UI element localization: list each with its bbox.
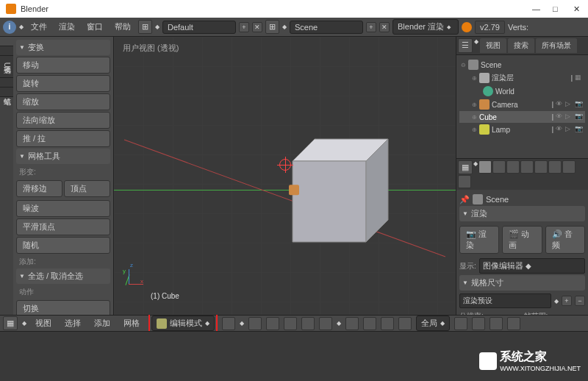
scene-tab-icon[interactable] xyxy=(506,160,520,174)
tree-world[interactable]: World xyxy=(459,85,585,98)
outliner[interactable]: ⊖ Scene ⊕ 渲染层 | ▦ World ⊕ Camera | xyxy=(456,55,588,158)
constraint-tab-icon[interactable] xyxy=(548,160,562,174)
close-button[interactable]: ✕ xyxy=(573,4,582,13)
render-panel-header[interactable]: 渲染 xyxy=(459,206,585,221)
preset-add-button[interactable]: + xyxy=(562,296,572,306)
expand-icon[interactable]: ⊖ xyxy=(461,62,466,68)
layout-remove-button[interactable]: ✕ xyxy=(252,22,262,32)
render-preview-icon[interactable] xyxy=(507,317,520,330)
scale-button[interactable]: 缩放 xyxy=(16,93,110,110)
menu-select[interactable]: 选择 xyxy=(60,316,85,331)
tab-options-uv[interactable]: 选项 UV xyxy=(0,56,13,78)
orientation-dropdown[interactable]: 全局◆ xyxy=(416,316,450,331)
tree-render-layers[interactable]: ⊕ 渲染层 | ▦ xyxy=(459,71,585,85)
outliner-editor-icon[interactable]: ☰ xyxy=(458,38,473,53)
layers-icon[interactable] xyxy=(454,317,467,330)
display-dropdown[interactable]: 图像编辑器 ◆ xyxy=(479,258,585,274)
vert-select-icon[interactable] xyxy=(248,317,262,330)
translate-manipulator-icon[interactable] xyxy=(363,317,376,330)
push-pull-button[interactable]: 推 / 拉 xyxy=(16,130,110,147)
layout-add-button[interactable]: + xyxy=(239,22,249,32)
toggle-button[interactable]: 切换 xyxy=(16,300,110,315)
menu-window[interactable]: 窗口 xyxy=(82,19,107,35)
render-icon[interactable]: 📷 xyxy=(575,113,584,121)
data-tab-icon[interactable] xyxy=(458,175,471,188)
transform-panel-header[interactable]: 变换 xyxy=(16,40,110,55)
preset-remove-button[interactable]: − xyxy=(575,296,585,306)
layout-dropdown[interactable]: Default xyxy=(162,21,236,34)
tree-cube[interactable]: ⊕ Cube | 👁 ▷ 📷 xyxy=(459,111,585,123)
tree-lamp[interactable]: ⊕ Lamp | 👁 ▷ 📷 xyxy=(459,123,585,136)
tab-create[interactable]: 创建 xyxy=(0,46,13,56)
visibility-icon[interactable]: 👁 xyxy=(556,125,564,134)
render-layers-tab-icon[interactable] xyxy=(492,160,506,174)
outliner-tab-view[interactable]: 视图 xyxy=(480,38,506,53)
edge-select-icon[interactable] xyxy=(266,317,279,330)
render-tab-icon[interactable] xyxy=(478,160,492,174)
scale-manipulator-icon[interactable] xyxy=(398,317,412,330)
outliner-tab-search[interactable]: 搜索 xyxy=(508,38,534,53)
menu-add[interactable]: 添加 xyxy=(90,316,115,331)
translate-button[interactable]: 移动 xyxy=(16,57,110,74)
pivot-icon[interactable] xyxy=(319,317,332,330)
select-icon[interactable]: ▷ xyxy=(565,113,574,121)
tree-scene[interactable]: ⊖ Scene xyxy=(459,58,585,71)
render-icon[interactable]: 📷 xyxy=(575,100,584,109)
visibility-icon[interactable]: 👁 xyxy=(556,113,564,121)
snap-element-icon[interactable] xyxy=(490,317,503,330)
noise-button[interactable]: 噪波 xyxy=(16,200,110,217)
audio-button[interactable]: 🔊 音频 xyxy=(545,226,585,254)
face-select-icon[interactable] xyxy=(284,317,297,330)
viewport-3d[interactable]: 用户视图 (透视) x y z (1) Cube xyxy=(114,37,456,315)
shading-mode-icon[interactable] xyxy=(222,317,235,330)
menu-help[interactable]: 帮助 xyxy=(110,19,135,35)
menu-mesh[interactable]: 网格 xyxy=(119,316,144,331)
normal-scale-button[interactable]: 法向缩放 xyxy=(16,112,110,129)
vertex-button[interactable]: 顶点 xyxy=(64,180,110,197)
layout-browse-icon[interactable]: ⊞ xyxy=(138,20,152,34)
timeline-editor[interactable]: 系统之家 WWW.XITONGZHIJIA.NET xyxy=(0,331,588,380)
tab-grease-pencil[interactable]: 蜡笔 xyxy=(0,88,13,97)
scene-remove-button[interactable]: ✕ xyxy=(379,22,390,32)
edge-slide-button[interactable]: 滑移边 xyxy=(16,180,62,197)
modifier-tab-icon[interactable] xyxy=(562,160,576,174)
world-tab-icon[interactable] xyxy=(520,160,534,174)
scene-dropdown[interactable]: Scene xyxy=(290,21,363,34)
minimize-button[interactable]: — xyxy=(532,4,541,13)
viewport-editor-icon[interactable]: ▦ xyxy=(3,316,18,330)
render-engine-dropdown[interactable]: Blender 渲染 ◆ xyxy=(392,19,459,35)
snap-icon[interactable] xyxy=(472,317,485,330)
manipulator-icon[interactable] xyxy=(345,317,359,330)
menu-file[interactable]: 文件 xyxy=(26,19,51,35)
tab-tools[interactable]: 工具 xyxy=(0,37,13,46)
scene-browse-icon[interactable]: ⊞ xyxy=(265,20,279,34)
dimensions-panel-header[interactable]: 规格尺寸 xyxy=(459,275,585,291)
maximize-button[interactable]: □ xyxy=(553,4,562,13)
rotate-manipulator-icon[interactable] xyxy=(381,317,394,330)
select-all-panel-header[interactable]: 全选 / 取消全选 xyxy=(16,268,110,284)
info-editor-icon[interactable]: i xyxy=(3,21,16,34)
smooth-vertex-button[interactable]: 平滑顶点 xyxy=(16,218,110,235)
render-button[interactable]: 📷 渲染 xyxy=(459,226,499,254)
tree-camera[interactable]: ⊕ Camera | 👁 ▷ 📷 xyxy=(459,98,585,111)
animation-button[interactable]: 🎬 动画 xyxy=(502,226,542,254)
pin-icon[interactable]: 📌 xyxy=(459,195,470,204)
layer-toggle-icon[interactable]: ▦ xyxy=(575,74,584,82)
random-button[interactable]: 随机 xyxy=(16,237,110,254)
outliner-tab-all-scenes[interactable]: 所有场景 xyxy=(536,38,577,53)
select-icon[interactable]: ▷ xyxy=(565,100,574,109)
mesh-tools-panel-header[interactable]: 网格工具 xyxy=(16,149,110,164)
visibility-icon[interactable]: 👁 xyxy=(556,100,564,109)
limit-select-icon[interactable] xyxy=(301,317,315,330)
mode-dropdown[interactable]: 编辑模式 ◆ xyxy=(151,316,215,331)
menu-view[interactable]: 视图 xyxy=(31,316,56,331)
select-icon[interactable]: ▷ xyxy=(565,125,574,134)
tab-shading[interactable]: 着色 xyxy=(0,78,13,88)
menu-render[interactable]: 渲染 xyxy=(54,19,79,35)
render-icon[interactable]: 📷 xyxy=(575,125,584,134)
props-editor-icon[interactable]: ▦ xyxy=(458,160,473,174)
render-preset-dropdown[interactable]: 渲染预设 xyxy=(459,293,551,308)
rotate-button[interactable]: 旋转 xyxy=(16,75,110,92)
object-tab-icon[interactable] xyxy=(534,160,548,174)
scene-add-button[interactable]: + xyxy=(366,22,376,32)
